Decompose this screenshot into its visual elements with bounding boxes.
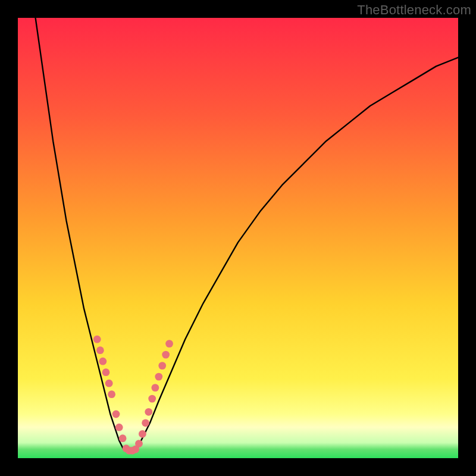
data-marker: [155, 373, 162, 381]
chart-svg: [18, 18, 458, 458]
data-marker: [119, 434, 127, 442]
data-marker: [162, 351, 170, 359]
data-marker: [139, 430, 146, 438]
data-marker: [112, 411, 120, 418]
data-marker: [96, 346, 104, 354]
data-marker: [145, 408, 152, 416]
data-marker: [105, 380, 113, 387]
data-marker: [158, 362, 166, 369]
data-marker: [99, 358, 107, 365]
gradient-background: [18, 18, 458, 458]
data-marker: [151, 384, 159, 392]
data-marker: [102, 368, 110, 376]
data-marker: [165, 340, 173, 347]
data-marker: [135, 440, 143, 447]
data-marker: [93, 336, 101, 343]
data-marker: [115, 424, 123, 431]
watermark-text: TheBottleneck.com: [357, 2, 471, 18]
data-marker: [142, 419, 149, 427]
plot-area: [18, 18, 458, 458]
data-marker: [148, 395, 156, 403]
chart-container: TheBottleneck.com: [0, 0, 476, 476]
data-marker: [108, 390, 115, 398]
